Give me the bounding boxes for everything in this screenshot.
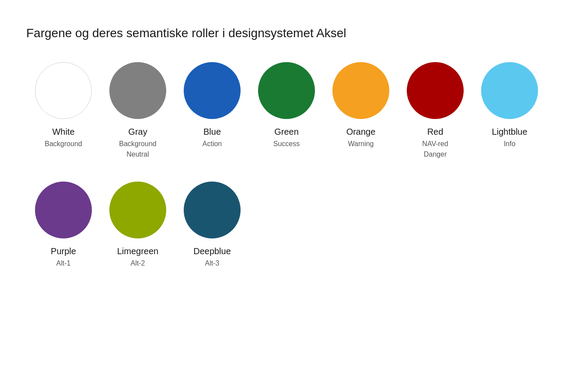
color-circle-lightblue xyxy=(481,62,538,119)
color-name-blue: Blue xyxy=(203,127,221,137)
color-circle-orange xyxy=(332,62,389,119)
color-circle-red xyxy=(407,62,464,119)
color-circle-purple xyxy=(35,182,92,238)
color-item-limegreen: LimegreenAlt-2 xyxy=(101,182,175,269)
color-name-lightblue: Lightblue xyxy=(492,127,527,137)
color-role-gray: Background Neutral xyxy=(119,139,156,160)
color-name-green: Green xyxy=(274,127,299,137)
color-role-deepblue: Alt-3 xyxy=(205,258,220,269)
color-circle-white xyxy=(35,62,92,119)
color-circle-green xyxy=(258,62,315,119)
color-item-lightblue: LightblueInfo xyxy=(472,62,547,149)
color-name-gray: Gray xyxy=(128,127,147,137)
color-role-blue: Action xyxy=(203,139,222,149)
color-role-red: NAV-red Danger xyxy=(422,139,448,160)
color-circle-limegreen xyxy=(109,182,166,238)
color-name-limegreen: Limegreen xyxy=(117,246,159,256)
page-title: Fargene og deres semantiske roller i des… xyxy=(26,26,561,40)
color-name-purple: Purple xyxy=(51,246,76,256)
color-item-red: RedNAV-red Danger xyxy=(398,62,472,160)
color-item-deepblue: DeepblueAlt-3 xyxy=(175,182,249,269)
color-name-deepblue: Deepblue xyxy=(193,246,231,256)
color-role-lightblue: Info xyxy=(504,139,516,149)
color-row-1: WhiteBackgroundGrayBackground NeutralBlu… xyxy=(26,62,561,160)
color-item-blue: BlueAction xyxy=(175,62,249,149)
color-role-green: Success xyxy=(273,139,300,149)
color-item-gray: GrayBackground Neutral xyxy=(101,62,175,160)
color-item-white: WhiteBackground xyxy=(26,62,101,149)
color-circle-deepblue xyxy=(184,182,241,238)
color-item-orange: OrangeWarning xyxy=(324,62,398,149)
color-row-2: PurpleAlt-1LimegreenAlt-2DeepblueAlt-3 xyxy=(26,182,561,269)
color-name-white: White xyxy=(52,127,74,137)
color-role-orange: Warning xyxy=(348,139,374,149)
color-circle-blue xyxy=(184,62,241,119)
color-name-orange: Orange xyxy=(346,127,376,137)
color-circle-gray xyxy=(109,62,166,119)
color-role-purple: Alt-1 xyxy=(56,258,71,269)
color-role-limegreen: Alt-2 xyxy=(131,258,145,269)
color-item-purple: PurpleAlt-1 xyxy=(26,182,101,269)
color-name-red: Red xyxy=(427,127,444,137)
color-role-white: Background xyxy=(45,139,82,149)
color-item-green: GreenSuccess xyxy=(249,62,324,149)
